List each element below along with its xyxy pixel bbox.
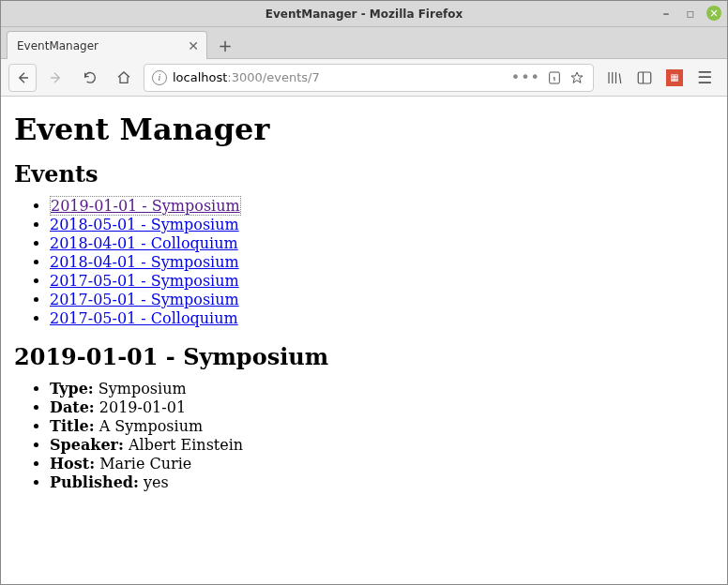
forward-button[interactable] [42,64,70,92]
extension-icon: ▦ [666,69,683,86]
event-link[interactable]: 2018-04-01 - Colloquium [50,234,238,252]
extension-badge[interactable]: ▦ [663,67,686,89]
menu-button[interactable]: ☰ [693,67,716,89]
reload-icon [83,70,98,85]
events-list: 2019-01-01 - Symposium2018-05-01 - Sympo… [14,197,714,328]
event-link[interactable]: 2018-04-01 - Symposium [50,253,239,271]
svg-rect-1 [638,72,651,83]
home-icon [116,70,131,85]
tab-strip: EventManager ✕ + [1,27,727,59]
url-bar[interactable]: i localhost:3000/events/7 ••• [144,64,594,92]
event-link[interactable]: 2019-01-01 - Symposium [50,196,241,216]
event-detail-heading: 2019-01-01 - Symposium [14,343,714,370]
detail-date: Date: 2019-01-01 [50,398,714,417]
detail-type: Type: Symposium [50,380,714,398]
list-item: 2018-04-01 - Symposium [50,253,714,272]
library-icon[interactable] [603,67,626,89]
list-item: 2017-05-01 - Colloquium [50,309,714,328]
list-item: 2017-05-01 - Symposium [50,291,714,309]
detail-published: Published: yes [50,473,714,492]
detail-title: Title: A Symposium [50,417,714,436]
reload-button[interactable] [76,64,104,92]
titlebar: EventManager - Mozilla Firefox – ▫ ✕ [1,1,727,27]
url-host: localhost [173,70,227,84]
event-link[interactable]: 2018-05-01 - Symposium [50,216,239,233]
tab-label: EventManager [17,39,99,52]
browser-window: EventManager - Mozilla Firefox – ▫ ✕ Eve… [0,0,728,585]
bookmark-star-icon[interactable] [569,70,585,85]
event-detail-list: Type: Symposium Date: 2019-01-01 Title: … [14,380,714,492]
list-item: 2019-01-01 - Symposium [50,197,714,216]
home-button[interactable] [110,64,138,92]
toolbar-right: ▦ ☰ [599,67,720,89]
page-actions-icon[interactable]: ••• [511,68,540,86]
list-item: 2018-04-01 - Colloquium [50,234,714,253]
detail-host: Host: Marie Curie [50,455,714,473]
minimize-button[interactable]: – [658,5,675,22]
browser-tab[interactable]: EventManager ✕ [7,31,207,59]
toolbar: i localhost:3000/events/7 ••• ▦ ☰ [1,59,727,97]
arrow-right-icon [49,70,64,85]
event-link[interactable]: 2017-05-01 - Colloquium [50,309,238,327]
event-link[interactable]: 2017-05-01 - Symposium [50,291,239,308]
event-link[interactable]: 2017-05-01 - Symposium [50,272,239,290]
events-heading: Events [14,160,714,188]
new-tab-button[interactable]: + [211,32,239,58]
info-icon[interactable]: i [152,70,167,85]
close-button[interactable]: ✕ [706,6,721,21]
arrow-left-icon [15,70,30,85]
window-title: EventManager - Mozilla Firefox [265,8,463,21]
reader-mode-icon[interactable] [546,70,563,85]
maximize-button[interactable]: ▫ [682,5,699,22]
list-item: 2017-05-01 - Symposium [50,272,714,291]
back-button[interactable] [8,64,37,92]
url-path: :3000/events/7 [227,70,319,84]
window-controls: – ▫ ✕ [658,5,721,22]
list-item: 2018-05-01 - Symposium [50,216,714,234]
url-text: localhost:3000/events/7 [173,70,506,84]
detail-speaker: Speaker: Albert Einstein [50,436,714,455]
sidebar-icon[interactable] [633,67,656,89]
page-heading: Event Manager [14,112,714,147]
page-content: Event Manager Events 2019-01-01 - Sympos… [1,97,727,584]
tab-close-icon[interactable]: ✕ [188,38,199,53]
